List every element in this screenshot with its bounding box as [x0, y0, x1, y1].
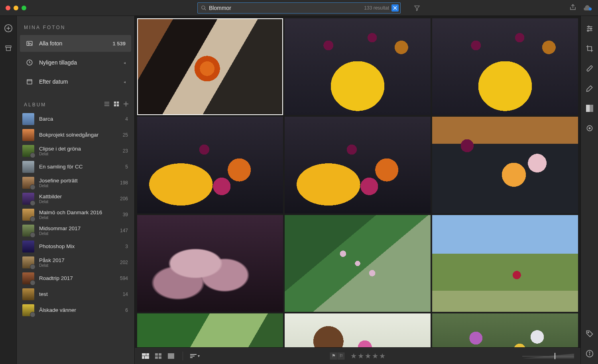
maximize-window[interactable] — [22, 6, 26, 10]
photo-thumbnail[interactable] — [285, 313, 431, 347]
view-mosaic-button[interactable] — [141, 352, 150, 360]
flag-pick-button[interactable]: ⚑ — [330, 352, 337, 360]
grid-icon — [114, 101, 119, 107]
album-count: 5 — [125, 164, 128, 170]
album-thumbnail — [22, 193, 34, 205]
album-item[interactable]: test14 — [22, 288, 130, 301]
photo-thumbnail[interactable] — [285, 215, 431, 312]
album-item[interactable]: KattbilderDelat206 — [22, 192, 130, 205]
album-item[interactable]: Clipse i det grönaDelat23 — [22, 144, 130, 158]
photo-thumbnail[interactable] — [432, 313, 578, 347]
star-rating[interactable]: ★ ★ ★ ★ ★ — [350, 352, 386, 360]
flag-picker[interactable]: ⚑ ⚐ — [330, 352, 345, 360]
section-my-photos: MINA FOTON — [17, 16, 134, 35]
left-icon-strip — [0, 16, 17, 364]
album-name: Barca — [39, 116, 125, 122]
star-3[interactable]: ★ — [365, 352, 371, 360]
album-shared-label: Delat — [39, 263, 120, 268]
close-window[interactable] — [6, 6, 10, 10]
edit-panel-button[interactable] — [585, 24, 594, 33]
plus-icon — [123, 101, 129, 107]
filter-button[interactable] — [414, 5, 420, 11]
svg-rect-27 — [142, 356, 144, 359]
photo-thumbnail[interactable] — [137, 18, 283, 115]
view-single-button[interactable] — [167, 352, 175, 360]
svg-rect-25 — [142, 353, 146, 356]
photo-thumbnail[interactable] — [137, 117, 283, 213]
album-view-list[interactable] — [104, 101, 110, 108]
sort-button[interactable]: ▾ — [190, 352, 200, 360]
album-view-grid[interactable] — [114, 101, 119, 108]
album-thumbnail — [22, 288, 34, 300]
album-shared-label: Delat — [39, 152, 123, 156]
star-1[interactable]: ★ — [350, 352, 357, 360]
tag-icon — [586, 330, 594, 338]
crop-panel-button[interactable] — [585, 44, 594, 53]
album-item[interactable]: Malmö och Danmark 2016Delat39 — [22, 208, 130, 221]
radial-panel-button[interactable] — [585, 123, 594, 133]
share-button[interactable] — [569, 4, 576, 12]
cloud-sync-button[interactable] — [584, 4, 592, 12]
star-2[interactable]: ★ — [358, 352, 364, 360]
album-item[interactable]: Påsk 2017Delat202 — [22, 256, 130, 269]
album-item[interactable]: En samling för CC5 — [22, 160, 130, 174]
close-icon — [393, 6, 397, 10]
album-item[interactable]: Älskade vänner6 — [22, 303, 130, 317]
brush-panel-button[interactable] — [585, 84, 594, 93]
album-name: Josefine porträtt — [39, 178, 120, 184]
star-4[interactable]: ★ — [372, 352, 378, 360]
album-thumbnail — [22, 161, 34, 173]
photo-thumbnail[interactable] — [285, 18, 431, 115]
bottom-toolbar: ▾ ⚑ ⚐ ★ ★ ★ ★ ★ — [135, 347, 580, 364]
album-thumbnail — [22, 209, 34, 221]
add-photos-button[interactable] — [4, 24, 13, 34]
album-thumbnail — [22, 129, 34, 141]
share-icon — [569, 4, 576, 11]
window-controls — [0, 6, 26, 10]
photo-thumbnail[interactable] — [432, 18, 578, 115]
thumbnail-size-slider[interactable] — [522, 353, 574, 359]
gradient-panel-button[interactable] — [585, 104, 594, 113]
album-item[interactable]: Roadtrip 2017594 — [22, 272, 130, 285]
album-add[interactable] — [123, 101, 129, 108]
album-item[interactable]: Midsommar 2017Delat147 — [22, 224, 130, 237]
nav-by-date[interactable]: Efter datum ◂ — [20, 73, 131, 90]
flag-reject-button[interactable]: ⚐ — [338, 352, 345, 360]
svg-point-5 — [589, 7, 592, 10]
photo-thumbnail[interactable] — [432, 117, 578, 213]
keywords-panel-button[interactable] — [585, 329, 594, 339]
slider-handle[interactable] — [555, 353, 555, 359]
nav-recently-added[interactable]: Nyligen tillagda ◂ — [20, 54, 131, 71]
photo-thumbnail[interactable] — [137, 313, 283, 347]
view-grid-button[interactable] — [154, 352, 163, 360]
nav-label: Efter datum — [39, 78, 120, 85]
chevron-down-icon: ▾ — [198, 354, 200, 358]
album-name: Kattbilder — [39, 194, 120, 200]
photo-grid[interactable] — [135, 16, 580, 347]
album-item[interactable]: Josefine porträttDelat198 — [22, 176, 130, 190]
sidebar: MINA FOTON Alla foton 1 539 Nyligen till… — [17, 16, 135, 364]
archive-button[interactable] — [5, 45, 12, 53]
photo-thumbnail[interactable] — [137, 215, 283, 312]
album-item[interactable]: Bokprojekt solnedgångar25 — [22, 128, 130, 142]
photo-thumbnail[interactable] — [432, 215, 578, 312]
album-thumbnail — [22, 225, 34, 237]
star-5[interactable]: ★ — [379, 352, 386, 360]
clock-icon — [26, 59, 33, 67]
minimize-window[interactable] — [14, 6, 18, 10]
info-panel-button[interactable] — [585, 349, 594, 358]
album-item[interactable]: Photoshop Mix3 — [22, 240, 130, 253]
sort-icon — [190, 354, 197, 358]
svg-point-40 — [590, 28, 591, 29]
search-input[interactable] — [207, 5, 364, 11]
healing-panel-button[interactable] — [585, 64, 594, 73]
clear-search-button[interactable] — [391, 4, 399, 12]
album-count: 4 — [125, 116, 128, 122]
svg-rect-43 — [586, 65, 592, 71]
slider-track-icon — [522, 354, 574, 358]
search-field[interactable]: 133 resultat — [197, 2, 401, 14]
album-item[interactable]: Barca4 — [22, 112, 130, 126]
nav-all-photos[interactable]: Alla foton 1 539 — [20, 35, 131, 52]
photo-thumbnail[interactable] — [285, 117, 431, 213]
svg-point-51 — [589, 352, 590, 352]
